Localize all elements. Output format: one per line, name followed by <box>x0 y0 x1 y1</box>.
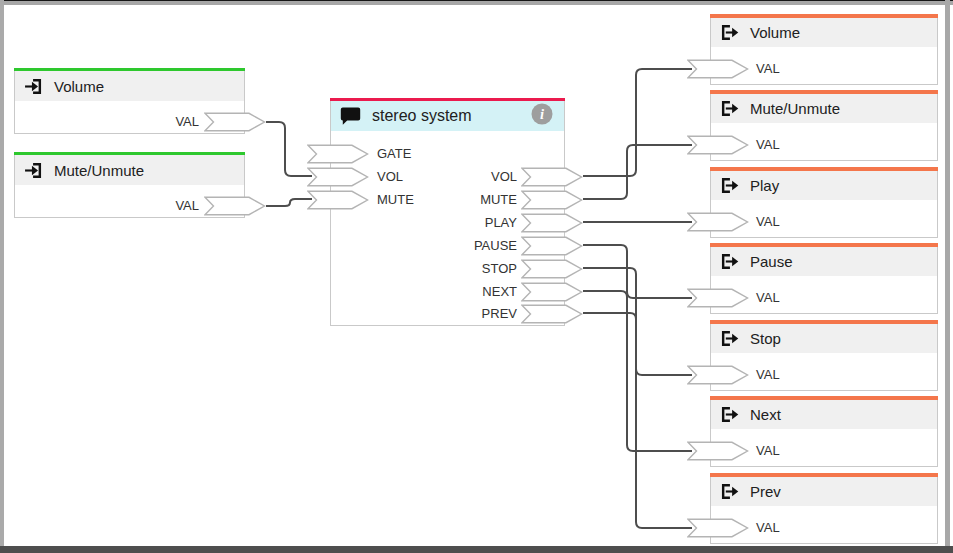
port-label: VAL <box>756 442 780 460</box>
svg-text:i: i <box>540 106 544 122</box>
port-in-val[interactable] <box>687 365 749 385</box>
port-in-val[interactable] <box>687 212 749 232</box>
node-title: Mute/Unmute <box>750 100 840 117</box>
output-icon <box>720 99 739 118</box>
output-icon <box>720 482 739 501</box>
node-title: Play <box>750 177 779 194</box>
node-title: Mute/Unmute <box>54 162 144 179</box>
port-out-val[interactable] <box>204 196 266 216</box>
node-output-next[interactable]: Next VAL <box>710 396 938 467</box>
port-out-next[interactable] <box>521 282 583 302</box>
port-label: STOP <box>427 260 517 278</box>
input-icon <box>24 77 43 96</box>
output-icon <box>720 23 739 42</box>
port-label: GATE <box>377 145 411 163</box>
port-label: VAL <box>756 136 780 154</box>
port-label: VOL <box>377 168 403 186</box>
port-label: VAL <box>756 289 780 307</box>
output-icon <box>720 405 739 424</box>
output-icon <box>720 329 739 348</box>
port-label: VAL <box>756 519 780 537</box>
node-output-mute-unmute[interactable]: Mute/Unmute VAL <box>710 90 938 161</box>
node-input-volume[interactable]: Volume VAL <box>14 68 245 134</box>
port-label: MUTE <box>377 191 414 209</box>
wire-mute-to-mute[interactable] <box>266 199 312 206</box>
port-out-pause[interactable] <box>521 236 583 256</box>
output-icon <box>720 252 739 271</box>
port-out-mute[interactable] <box>521 190 583 210</box>
node-input-mute-unmute[interactable]: Mute/Unmute VAL <box>14 152 245 218</box>
wire-next-out[interactable] <box>583 291 692 451</box>
port-in-val[interactable] <box>687 288 749 308</box>
port-label: VOL <box>427 168 517 186</box>
port-out-val[interactable] <box>204 112 266 132</box>
info-icon[interactable]: i <box>531 103 553 125</box>
wire-prev-out[interactable] <box>583 313 692 528</box>
port-label: VAL <box>756 213 780 231</box>
node-title: Volume <box>750 24 800 41</box>
port-out-prev[interactable] <box>521 304 583 324</box>
wire-mute-out[interactable] <box>583 145 692 199</box>
port-in-vol[interactable] <box>307 167 369 187</box>
port-label: PAUSE <box>427 237 517 255</box>
node-output-prev[interactable]: Prev VAL <box>710 473 938 544</box>
node-stereo-system[interactable]: stereo system i GATE VOL MUTE VOL MUTE P… <box>330 98 565 326</box>
node-output-stop[interactable]: Stop VAL <box>710 320 938 391</box>
node-title: Next <box>750 406 781 423</box>
port-label: PREV <box>427 305 517 323</box>
port-in-mute[interactable] <box>307 190 369 210</box>
node-title: stereo system <box>372 107 472 125</box>
node-title: Stop <box>750 330 781 347</box>
port-in-gate[interactable] <box>307 144 369 164</box>
wire-volume-to-vol[interactable] <box>266 122 312 176</box>
input-icon <box>24 161 43 180</box>
port-in-val[interactable] <box>687 135 749 155</box>
port-label: VAL <box>756 60 780 78</box>
port-label: NEXT <box>427 283 517 301</box>
port-out-play[interactable] <box>521 213 583 233</box>
node-title: Volume <box>54 78 104 95</box>
chat-bubble-icon <box>340 107 361 125</box>
wire-stop-out[interactable] <box>583 268 692 375</box>
node-output-pause[interactable]: Pause VAL <box>710 243 938 314</box>
port-label: PLAY <box>427 214 517 232</box>
port-label: VAL <box>175 197 199 215</box>
port-label: VAL <box>175 113 199 131</box>
port-label: MUTE <box>427 191 517 209</box>
port-in-val[interactable] <box>687 441 749 461</box>
wire-vol-out[interactable] <box>583 69 692 176</box>
node-output-volume[interactable]: Volume VAL <box>710 14 938 85</box>
node-output-play[interactable]: Play VAL <box>710 167 938 238</box>
output-icon <box>720 176 739 195</box>
port-in-val[interactable] <box>687 59 749 79</box>
node-title: Prev <box>750 483 781 500</box>
port-label: VAL <box>756 366 780 384</box>
node-title: Pause <box>750 253 793 270</box>
port-out-stop[interactable] <box>521 259 583 279</box>
port-in-val[interactable] <box>687 518 749 538</box>
flow-canvas[interactable]: Volume VAL Mute/Unmute VAL stereo system… <box>0 0 953 553</box>
port-out-vol[interactable] <box>521 167 583 187</box>
